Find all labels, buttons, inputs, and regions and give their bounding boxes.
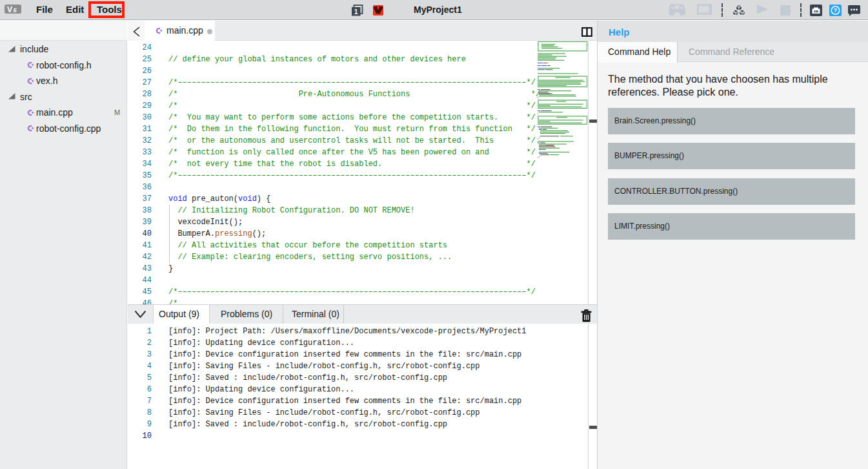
svg-text:?: ? [834, 6, 838, 14]
svg-text:V: V [7, 5, 12, 14]
svg-text:1: 1 [354, 8, 358, 16]
